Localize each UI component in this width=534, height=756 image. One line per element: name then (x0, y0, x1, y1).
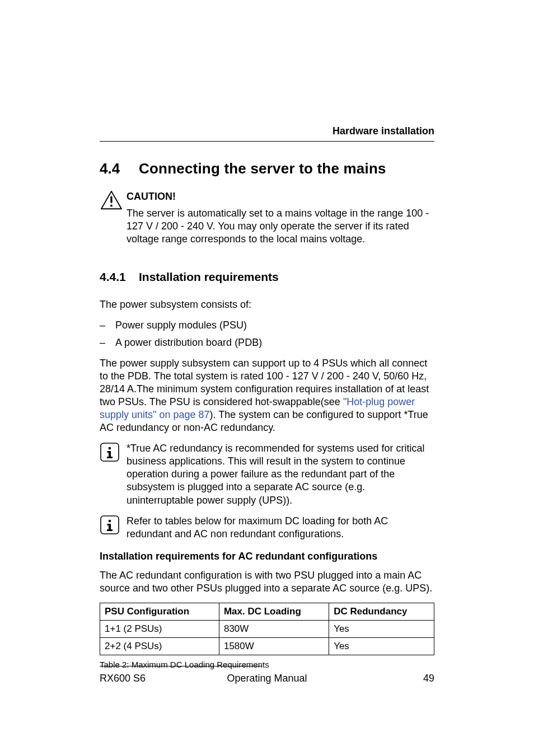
list-item-text: A power distribution board (PDB) (115, 336, 262, 349)
subsection-title: Installation requirements (139, 270, 279, 284)
footer-rule (100, 666, 262, 666)
footer-product: RX600 S6 (100, 673, 211, 684)
table-cell: 830W (219, 620, 329, 637)
caution-text: The server is automatically set to a mai… (127, 207, 434, 246)
subsection-heading: 4.4.1 Installation requirements (100, 270, 434, 284)
svg-point-9 (109, 519, 111, 522)
bullet-dash: – (100, 319, 115, 332)
svg-rect-7 (107, 457, 113, 458)
table-caption: Table 2: Maximum DC Loading Requirements (100, 660, 434, 669)
list-item: – Power supply modules (PSU) (100, 319, 434, 332)
table-cell: 2+2 (4 PSUs) (100, 637, 219, 655)
paragraph: The power supply subsystem can support u… (100, 357, 434, 434)
section-number: 4.4 (100, 160, 139, 177)
caution-icon (100, 190, 127, 246)
footer: RX600 S6 Operating Manual 49 (100, 673, 434, 684)
list-item: – A power distribution board (PDB) (100, 336, 434, 349)
running-head: Hardware installation (332, 125, 434, 137)
table-header-cell: Max. DC Loading (219, 603, 329, 620)
info-text: Refer to tables below for maximum DC loa… (127, 515, 434, 541)
svg-point-4 (109, 447, 111, 450)
table-header-row: PSU Configuration Max. DC Loading DC Red… (100, 603, 434, 620)
table-cell: 1+1 (2 PSUs) (100, 620, 219, 637)
section-heading: 4.4 Connecting the server to the mains (100, 160, 434, 177)
table-row: 1+1 (2 PSUs) 830W Yes (100, 620, 434, 637)
info-icon (100, 442, 127, 506)
sub-heading: Installation requirements for AC redunda… (100, 551, 434, 562)
page: Hardware installation 4.4 Connecting the… (0, 0, 534, 756)
bullet-list: – Power supply modules (PSU) – A power d… (100, 319, 434, 349)
svg-rect-12 (107, 529, 113, 531)
list-item-text: Power supply modules (PSU) (115, 319, 247, 332)
data-table: PSU Configuration Max. DC Loading DC Red… (100, 603, 434, 655)
svg-rect-6 (107, 451, 111, 453)
header-rule (100, 141, 434, 142)
table-cell: Yes (329, 637, 434, 655)
footer-title: Operating Manual (211, 673, 322, 684)
table-cell: 1580W (219, 637, 329, 655)
table-row: 2+2 (4 PSUs) 1580W Yes (100, 637, 434, 655)
caution-title: CAUTION! (127, 191, 434, 203)
info-block: *True AC redundancy is recommended for s… (100, 442, 434, 506)
bullet-dash: – (100, 336, 115, 349)
table-header-cell: PSU Configuration (100, 603, 219, 620)
svg-rect-11 (107, 524, 111, 525)
info-text: *True AC redundancy is recommended for s… (127, 442, 434, 506)
svg-rect-1 (110, 196, 112, 203)
svg-point-2 (110, 205, 113, 207)
info-icon (100, 515, 127, 541)
intro-paragraph: The power subsystem consists of: (100, 298, 434, 311)
caution-block: CAUTION! The server is automatically set… (100, 190, 434, 246)
caution-body: CAUTION! The server is automatically set… (127, 190, 434, 246)
table-cell: Yes (329, 620, 434, 637)
section-title: Connecting the server to the mains (139, 160, 386, 177)
info-block: Refer to tables below for maximum DC loa… (100, 515, 434, 541)
footer-page-number: 49 (323, 673, 434, 684)
table-header-cell: DC Redundancy (329, 603, 434, 620)
paragraph: The AC redundant configuration is with t… (100, 569, 434, 595)
subsection-number: 4.4.1 (100, 270, 139, 284)
